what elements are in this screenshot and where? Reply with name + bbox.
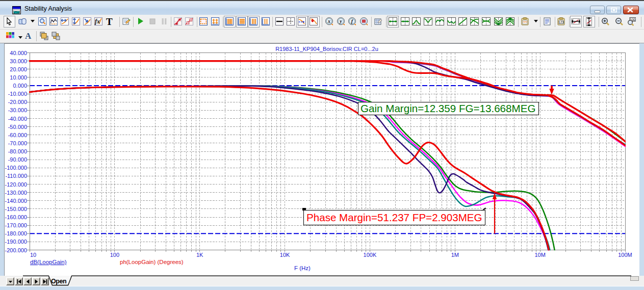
svg-text:-30.000: -30.000 <box>8 107 27 113</box>
svg-text:40.000: 40.000 <box>10 50 27 56</box>
svg-text:10.000: 10.000 <box>10 74 27 81</box>
svg-text:-50.000: -50.000 <box>8 124 27 130</box>
svg-text:-10.000: -10.000 <box>8 91 27 97</box>
svg-text:10K: 10K <box>280 252 290 258</box>
svg-text:x: x <box>327 18 330 24</box>
svg-text:-130.000: -130.000 <box>5 190 27 196</box>
svg-text:F (Hz): F (Hz) <box>294 265 311 271</box>
svg-text:123: 123 <box>558 20 564 24</box>
svg-text:-20.000: -20.000 <box>8 99 27 105</box>
svg-text:dB(LoopGain): dB(LoopGain) <box>30 259 67 265</box>
svg-text:-40.000: -40.000 <box>8 116 27 122</box>
svg-text:100M: 100M <box>618 252 632 258</box>
svg-text:-80.000: -80.000 <box>8 148 27 154</box>
svg-text:-90.000: -90.000 <box>8 156 27 163</box>
svg-text:Phase Margin=51.237 FP=2.903ME: Phase Margin=51.237 FP=2.903MEG <box>306 212 482 223</box>
svg-text:R1983-11_KP904_Borisov.CIR CL=: R1983-11_KP904_Borisov.CIR CL=0...2u <box>275 46 378 52</box>
svg-text:100K: 100K <box>364 252 377 258</box>
svg-text:-150.000: -150.000 <box>5 206 27 212</box>
svg-text:ph(LoopGain) (Degrees): ph(LoopGain) (Degrees) <box>120 259 184 265</box>
svg-text:-120.000: -120.000 <box>5 181 27 188</box>
svg-text:y: y <box>339 18 342 24</box>
svg-text:30.000: 30.000 <box>10 58 27 64</box>
svg-text:1M: 1M <box>451 252 459 258</box>
svg-text:20.000: 20.000 <box>10 66 27 72</box>
svg-text:-190.000: -190.000 <box>5 239 27 245</box>
svg-text:-140.000: -140.000 <box>5 198 27 204</box>
svg-text:-70.000: -70.000 <box>8 140 27 146</box>
svg-text:-170.000: -170.000 <box>5 222 27 228</box>
svg-text:-60.000: -60.000 <box>8 132 27 138</box>
svg-text:1K: 1K <box>196 252 203 258</box>
svg-text:fx: fx <box>95 18 100 25</box>
svg-text:-180.000: -180.000 <box>5 230 27 236</box>
svg-text:100: 100 <box>110 252 119 258</box>
svg-text:Gain Margin=12.359 FG=13.668ME: Gain Margin=12.359 FG=13.668MEG <box>360 102 535 114</box>
svg-text:-200.000: -200.000 <box>5 247 27 253</box>
svg-text:10: 10 <box>30 252 36 258</box>
svg-text:-160.000: -160.000 <box>5 214 27 220</box>
svg-text:-100.000: -100.000 <box>5 165 27 171</box>
svg-text:T: T <box>106 17 113 26</box>
svg-text:0.000: 0.000 <box>13 83 27 89</box>
svg-text:-110.000: -110.000 <box>5 173 27 179</box>
svg-text:10M: 10M <box>534 252 545 258</box>
